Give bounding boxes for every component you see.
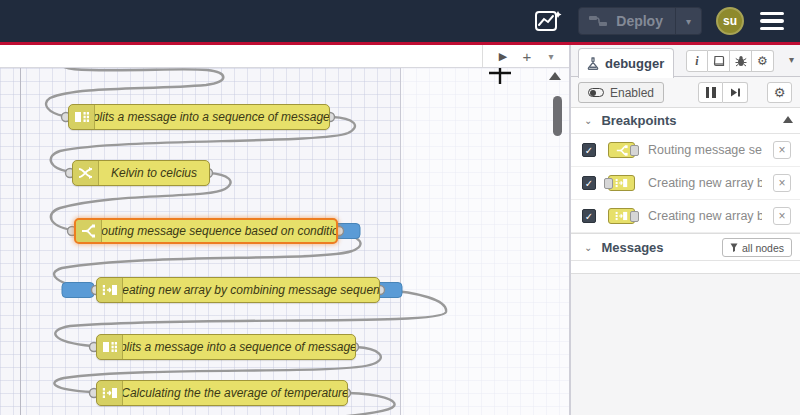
split-icon: [102, 340, 118, 354]
breakpoint-label: Creating new array by combini: [648, 209, 762, 223]
join-icon: [102, 386, 118, 400]
node-label: Splits a message into a sequence of mess…: [95, 105, 329, 129]
breakpoint-row[interactable]: ✓ Creating new array by combini ×: [571, 200, 800, 233]
flask-icon: [587, 57, 599, 70]
switch-icon: [81, 223, 96, 239]
node-split-1[interactable]: Splits a message into a sequence of mess…: [68, 104, 330, 130]
flow-canvas[interactable]: ▶ + ▾: [0, 45, 569, 415]
node-label: Calculating the the average of temperatu…: [123, 381, 347, 405]
remove-breakpoint-button[interactable]: ×: [773, 174, 791, 192]
add-flow-button[interactable]: +: [517, 46, 537, 66]
book-icon: [713, 55, 725, 67]
bug-icon: [735, 55, 747, 67]
chevron-down-icon: ⌄: [584, 242, 592, 253]
tab-debugger[interactable]: debugger: [578, 48, 674, 78]
breakpoint-row[interactable]: ✓ Creating new array by combini ×: [571, 167, 800, 200]
help-tab-button[interactable]: [708, 50, 730, 72]
breakpoint-label: Routing message sequence ba: [648, 143, 762, 157]
flow-list-button[interactable]: ▾: [541, 46, 561, 66]
export-chart-button[interactable]: [532, 8, 564, 34]
join-icon: [615, 210, 628, 222]
pause-button[interactable]: [698, 82, 723, 103]
debug-tab-button[interactable]: [730, 50, 752, 72]
node-label: Kelvin to celcius: [99, 161, 209, 185]
sidebar-tabbar: debugger i ⚙ ▾: [571, 45, 800, 77]
node-red-app: Deploy ▾ su ▶ + ▾: [0, 0, 800, 415]
info-tab-button[interactable]: i: [686, 50, 708, 72]
change-icon: [78, 166, 93, 180]
step-button[interactable]: [723, 82, 748, 103]
join-icon: [102, 283, 118, 297]
toggle-icon: [588, 88, 604, 97]
split-icon: [74, 110, 90, 124]
deploy-button[interactable]: Deploy ▾: [578, 7, 702, 35]
main-menu-button[interactable]: [758, 8, 786, 35]
node-join-1[interactable]: Creating new array by combining message …: [96, 277, 380, 303]
breakpoint-checkbox[interactable]: ✓: [582, 209, 596, 223]
switch-icon: [616, 144, 628, 157]
breakpoints-title: Breakpoints: [601, 113, 676, 128]
step-icon: [730, 87, 741, 98]
join-node-mini-icon: [608, 175, 635, 191]
sidebar-footer-area: [571, 274, 800, 415]
node-switch-routing[interactable]: Routing message sequence based on condit…: [74, 218, 338, 244]
canvas-scroll-up-button[interactable]: [549, 72, 561, 80]
message-filter-button[interactable]: all nodes: [722, 238, 792, 257]
enabled-toggle-button[interactable]: Enabled: [578, 82, 664, 103]
pause-icon: [706, 87, 716, 98]
breakpoints-section-header[interactable]: ⌄ Breakpoints: [571, 108, 800, 134]
node-label: Creating new array by combining message …: [123, 278, 379, 302]
header-bar: Deploy ▾ su: [0, 0, 800, 42]
breakpoint-checkbox[interactable]: ✓: [582, 176, 596, 190]
filter-label: all nodes: [742, 242, 784, 254]
join-node-mini-icon: [608, 208, 635, 224]
chart-sparkle-icon: [534, 9, 562, 33]
chevron-down-icon: ⌄: [584, 115, 592, 126]
switch-node-mini-icon: [608, 142, 635, 158]
flow-tabbar: ▶ + ▾: [0, 45, 569, 68]
crosshair-cursor: [489, 68, 511, 84]
remove-breakpoint-button[interactable]: ×: [773, 207, 791, 225]
breakpoints-scroll-up-button[interactable]: [783, 116, 793, 123]
node-label: Splits a message into a sequence of mess…: [123, 335, 355, 359]
enabled-label: Enabled: [610, 86, 654, 100]
node-split-2[interactable]: Splits a message into a sequence of mess…: [96, 334, 356, 360]
node-join-average[interactable]: Calculating the the average of temperatu…: [96, 380, 348, 406]
tab-scroll-right-button[interactable]: ▶: [493, 46, 513, 66]
remove-breakpoint-button[interactable]: ×: [773, 141, 791, 159]
deploy-label: Deploy: [616, 13, 663, 29]
deploy-nodes-icon: [589, 15, 609, 27]
filter-funnel-icon: [730, 243, 738, 252]
breakpoint-label: Creating new array by combini: [648, 176, 762, 190]
canvas-scrollbar-thumb[interactable]: [553, 96, 562, 136]
breakpoint-pill: [62, 283, 94, 298]
messages-empty-list: [571, 261, 800, 274]
sidebar-collapse-chevron[interactable]: ▾: [789, 54, 794, 65]
output-port-marker: [630, 145, 639, 156]
debug-sidebar: debugger i ⚙ ▾ Enabled: [571, 45, 800, 415]
debugger-settings-button[interactable]: ⚙: [767, 82, 792, 103]
deploy-dropdown[interactable]: ▾: [675, 8, 701, 34]
config-tab-button[interactable]: ⚙: [752, 50, 774, 72]
avatar[interactable]: su: [716, 7, 744, 35]
breakpoint-checkbox[interactable]: ✓: [582, 143, 596, 157]
tab-label: debugger: [605, 56, 664, 71]
messages-section-header[interactable]: ⌄ Messages all nodes: [571, 234, 800, 261]
node-kelvin-to-celcius[interactable]: Kelvin to celcius: [72, 160, 210, 186]
workspace[interactable]: Splits a message into a sequence of mess…: [0, 68, 569, 415]
debugger-toolbar: Enabled ⚙: [571, 77, 800, 108]
messages-title: Messages: [601, 240, 663, 255]
input-port-marker: [604, 178, 613, 189]
node-label: Routing message sequence based on condit…: [102, 220, 336, 242]
join-icon: [615, 177, 628, 189]
output-port-marker: [630, 211, 639, 222]
breakpoint-row[interactable]: ✓ Routing message sequence ba ×: [571, 134, 800, 167]
